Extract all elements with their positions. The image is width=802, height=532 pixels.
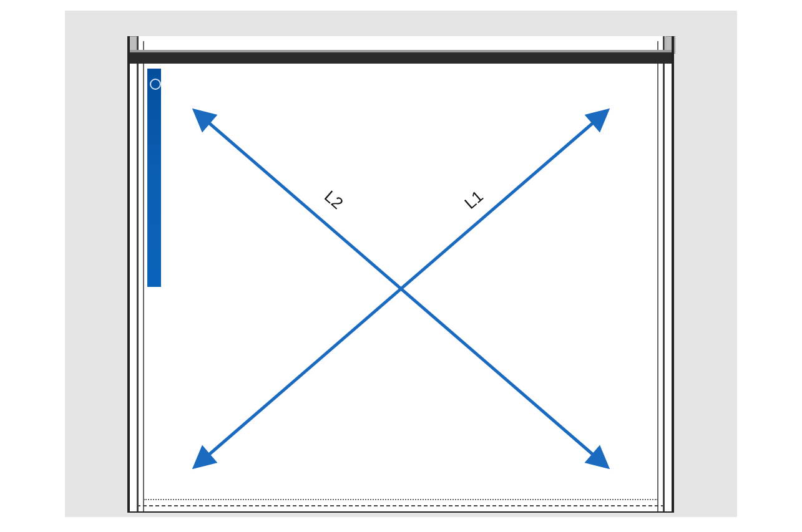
measurement-overlay — [0, 0, 802, 532]
diagram-canvas: L1 L2 — [0, 0, 802, 532]
